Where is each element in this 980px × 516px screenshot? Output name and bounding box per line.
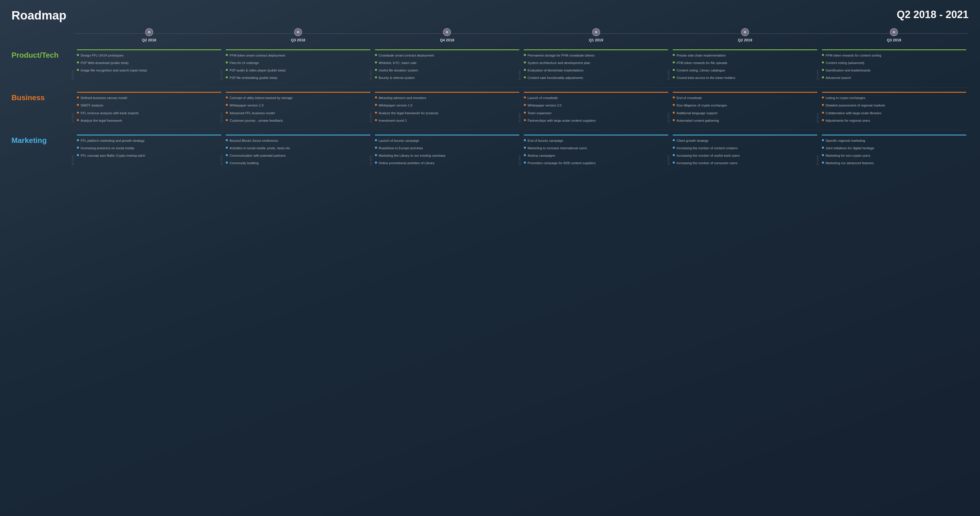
list-item-text: Online promotional activities of Library	[379, 161, 434, 165]
list-item: Adjustments for regional users	[822, 118, 966, 123]
list-item: Marketing the Library to our existing us…	[375, 153, 519, 158]
list-item: Gamification and leaderboards	[822, 68, 966, 73]
bullet-list-product_tech-0: Design FFL UI/UX prototypesP2P Web downl…	[77, 53, 221, 73]
timeline-col-q1-2019: Q1 2019	[522, 28, 670, 42]
list-item-text: Listing in crypto exchanges	[826, 96, 865, 100]
list-item: Content sale functionality adjustments	[524, 75, 668, 80]
bullet-dot-icon	[822, 162, 824, 164]
list-item: Image file recognition and search (open …	[77, 68, 221, 73]
list-item-text: Whitepaper version 1.0	[229, 103, 263, 108]
list-item-text: Community building	[229, 161, 258, 165]
bullet-dot-icon	[77, 139, 79, 141]
quarter-side-label: Q3 2019	[816, 70, 819, 80]
list-item: Launch of crowdsale	[524, 96, 668, 100]
list-item: Content voting, Library catalogue	[673, 68, 817, 73]
section-col-product_tech-0: Design FFL UI/UX prototypesP2P Web downl…	[75, 49, 223, 83]
list-item: Useful file donation system	[375, 68, 519, 73]
list-item-text: Communication with potential partners	[229, 153, 286, 158]
list-item-text: FFL concept won Baltic Crypto meetup pit…	[81, 153, 145, 158]
list-item-text: Evaluation of blockchain implentations	[528, 68, 584, 73]
list-item: P2P audio & video player (public beta)	[226, 68, 370, 73]
list-item: Team expansion	[524, 111, 668, 115]
list-item-text: FFL platform marketing and growth strate…	[81, 139, 145, 143]
bullet-list-marketing-2: Launch of bounty campaignRoadshow in Eur…	[375, 139, 519, 165]
list-item-text: FFM token smart contract deployment	[229, 53, 285, 58]
section-product_tech: Product/TechDesign FFL UI/UX prototypesP…	[11, 45, 969, 87]
list-item-text: Useful file donation system	[379, 68, 418, 73]
list-item-text: Roadshow in Europe and Asia	[379, 146, 423, 150]
list-item: FFL concept won Baltic Crypto meetup pit…	[77, 153, 221, 158]
bullet-dot-icon	[226, 139, 228, 141]
timeline-col-q2-2019: Q2 2019	[670, 28, 819, 42]
list-item: Increasing the number of content creator…	[673, 146, 817, 150]
list-item-text: Additional language support	[676, 111, 718, 115]
list-item: P2P file embedding (public beta)	[226, 75, 370, 80]
quarter-side-label: Q3 2019	[816, 113, 819, 123]
list-item-text: Content voting (advanced)	[826, 61, 864, 65]
timeline-col-q3-2018: Q3 2018	[223, 28, 372, 42]
list-item-text: Content voting, Library catalogue	[676, 68, 725, 73]
list-item-text: P2P file embedding (public beta)	[229, 75, 277, 80]
list-item: Increasing the number of useful work use…	[673, 153, 817, 158]
bullet-dot-icon	[77, 147, 79, 149]
bullet-dot-icon	[375, 162, 377, 164]
list-item: Marketing for non-crypto users	[822, 153, 966, 158]
quarter-side-label: Q4 2018	[369, 113, 372, 123]
col-divider-product_tech-1	[226, 49, 370, 50]
quarter-side-label: Q1 2019	[518, 156, 521, 166]
list-item: Crowdsale smart contract deployment	[375, 53, 519, 58]
list-item: Customer journey - private feedback	[226, 118, 370, 123]
section-title-marketing: Marketing	[11, 136, 47, 145]
list-item-text: Bounty & referral system	[379, 75, 415, 80]
bullet-dot-icon	[375, 154, 377, 156]
bullet-list-marketing-5: Specific regional marketingJoint initiat…	[822, 139, 966, 165]
list-item-text: FFM token rewards for file uploads	[676, 61, 727, 65]
list-item: Client growth strategy	[673, 139, 817, 143]
list-item-text: Increasing presence on social media	[81, 146, 134, 150]
list-item: P2P Web download (public beta)	[77, 61, 221, 65]
col-divider-marketing-4	[673, 135, 817, 135]
col-divider-product_tech-5	[822, 49, 966, 50]
list-item: Analyze the legal framework for products	[375, 111, 519, 115]
bullet-dot-icon	[375, 139, 377, 141]
list-item: Whitelist, KYC, token sale	[375, 61, 519, 65]
list-item-text: Whitepaper version 1.5	[379, 103, 412, 108]
list-item: Community building	[226, 161, 370, 165]
bullet-dot-icon	[226, 104, 228, 106]
bullet-dot-icon	[226, 154, 228, 156]
col-divider-marketing-0	[77, 135, 221, 135]
bullet-dot-icon	[226, 111, 228, 114]
list-item-text: Concept of utility tokens backed by stor…	[229, 96, 292, 100]
list-item: Launch of bounty campaign	[375, 139, 519, 143]
col-divider-business-2	[375, 92, 519, 93]
section-col-business-2: Attracting advisors and investorsWhitepa…	[373, 92, 522, 126]
bullet-dot-icon	[375, 104, 377, 106]
bullet-dot-icon	[673, 61, 675, 64]
quarter-side-label: Q4 2018	[369, 156, 372, 166]
list-item: FFL revenue analysis with bank experts	[77, 111, 221, 115]
bullet-dot-icon	[226, 96, 228, 99]
quarter-side-label: Q4 2018	[369, 70, 372, 80]
list-item: Permanent storage for FFM crowdsale toke…	[524, 53, 668, 58]
bullet-list-business-0: Defined business canvas modelSWOT analys…	[77, 96, 221, 123]
bullet-dot-icon	[673, 147, 675, 149]
section-col-marketing-3: End of bounty campaignMarketing to incre…	[522, 135, 670, 168]
bullet-dot-icon	[822, 147, 824, 149]
quarter-side-label: Q3 2018	[220, 156, 223, 166]
list-item-text: Automated content gathering	[676, 118, 719, 123]
list-item: Joint initiatives for digital heritage	[822, 146, 966, 150]
list-item-text: Marketing for non-crypto users	[826, 153, 870, 158]
quarter-side-label: Q1 2019	[518, 70, 521, 80]
section-label-marketing: Marketing	[11, 135, 75, 168]
bullet-list-business-5: Listing in crypto exchangesDetailed asse…	[822, 96, 966, 123]
section-label-business: Business	[11, 92, 75, 126]
bullet-dot-icon	[673, 119, 675, 121]
timeline-dot-q3-2019	[890, 28, 898, 36]
list-item: FFL platform marketing and growth strate…	[77, 139, 221, 143]
list-item-text: Analyze the legal framework for products	[379, 111, 438, 115]
bullet-dot-icon	[77, 154, 79, 156]
col-divider-business-5	[822, 92, 966, 93]
list-item-text: Client growth strategy	[676, 139, 708, 143]
section-col-business-1: Concept of utility tokens backed by stor…	[223, 92, 372, 126]
section-title-product_tech: Product/Tech	[11, 51, 59, 59]
